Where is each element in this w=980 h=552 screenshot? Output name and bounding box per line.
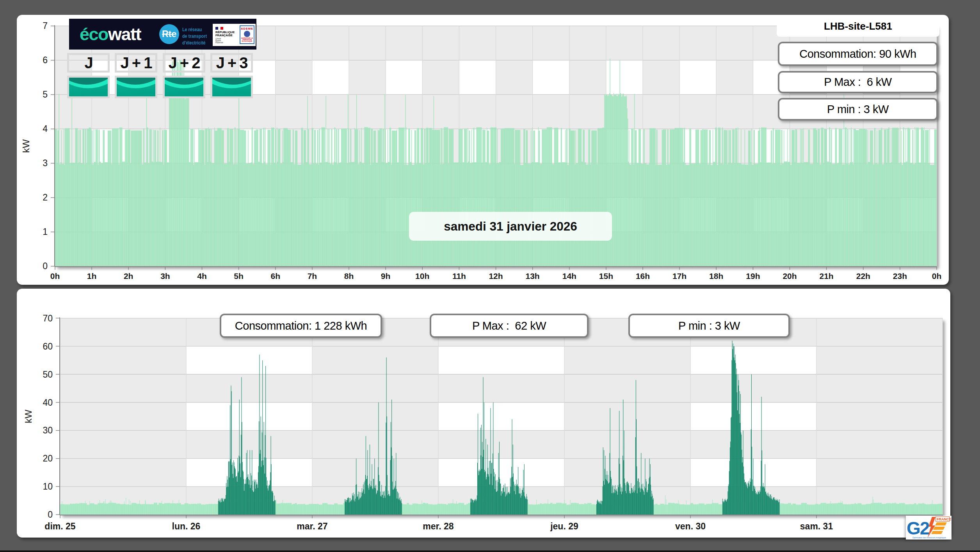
svg-text:FRANCE: FRANCE (937, 517, 952, 521)
svg-text:Optimisation des ressources én: Optimisation des ressources énergétiques (912, 537, 946, 539)
svg-text:G2: G2 (907, 518, 929, 538)
